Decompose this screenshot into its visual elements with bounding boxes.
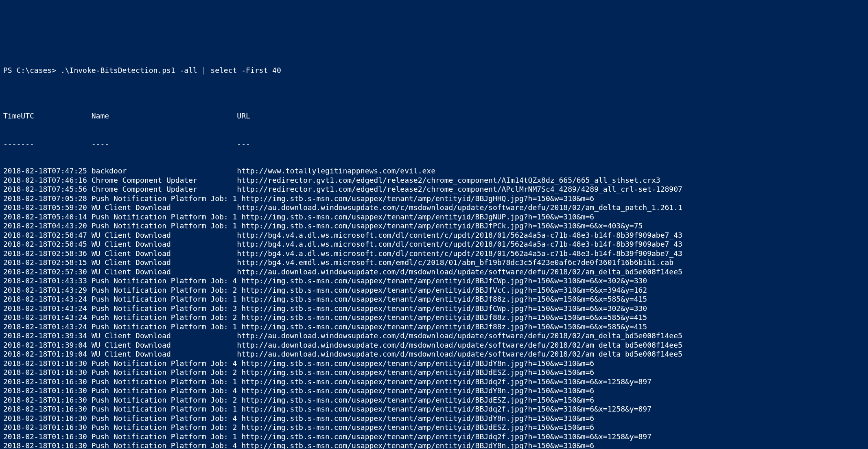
table-row: 2018-02-18T05:59:20 WU Client Download h… [3,203,865,212]
table-row: 2018-02-18T01:39:04 WU Client Download h… [3,341,865,350]
prompt-line: PS C:\cases> .\Invoke-BitsDetection.ps1 … [3,66,865,75]
table-row: 2018-02-18T02:58:36 WU Client Download h… [3,249,865,258]
table-row: 2018-02-18T07:05:28 Push Notification Pl… [3,194,865,204]
table-row: 2018-02-18T01:16:30 Push Notification Pl… [3,359,865,368]
table-row: 2018-02-18T02:58:47 WU Client Download h… [3,231,865,240]
table-row: 2018-02-18T01:16:30 Push Notification Pl… [3,405,865,414]
table-row: 2018-02-18T02:58:45 WU Client Download h… [3,240,865,249]
table-row: 2018-02-18T01:16:30 Push Notification Pl… [3,441,865,449]
table-row: 2018-02-18T04:43:20 Push Notification Pl… [3,221,865,231]
table-row: 2018-02-18T01:19:04 WU Client Download h… [3,350,865,359]
table-header: TimeUTC Name URL [3,112,865,121]
table-row: 2018-02-18T07:45:56 Chrome Component Upd… [3,185,865,194]
table-row: 2018-02-18T01:16:30 Push Notification Pl… [3,423,865,432]
table-row: 2018-02-18T01:43:29 Push Notification Pl… [3,286,865,295]
table-row: 2018-02-18T01:16:30 Push Notification Pl… [3,414,865,423]
table-row: 2018-02-18T01:43:33 Push Notification Pl… [3,276,865,286]
table-row: 2018-02-18T07:46:16 Chrome Component Upd… [3,176,865,185]
table-row: 2018-02-18T02:57:30 WU Client Download h… [3,267,865,277]
table-row: 2018-02-18T01:43:24 Push Notification Pl… [3,304,865,313]
table-header-separator: ------- ---- --- [3,139,865,149]
powershell-console[interactable]: PS C:\cases> .\Invoke-BitsDetection.ps1 … [0,46,868,449]
table-row: 2018-02-18T01:43:24 Push Notification Pl… [3,313,865,322]
table-row: 2018-02-18T01:16:30 Push Notification Pl… [3,386,865,396]
table-row: 2018-02-18T01:43:24 Push Notification Pl… [3,295,865,304]
table-row: 2018-02-18T07:47:25 backdoor http://www.… [3,166,865,176]
table-row: 2018-02-18T01:43:24 Push Notification Pl… [3,322,865,332]
table-row: 2018-02-18T01:16:30 Push Notification Pl… [3,368,865,377]
command: .\Invoke-BitsDetection.ps1 -all | select… [61,66,281,74]
table-body: 2018-02-18T07:47:25 backdoor http://www.… [3,166,865,449]
table-row: 2018-02-18T01:16:30 Push Notification Pl… [3,432,865,442]
table-row: 2018-02-18T01:16:30 Push Notification Pl… [3,377,865,387]
table-row: 2018-02-18T02:58:15 WU Client Download h… [3,258,865,267]
table-row: 2018-02-18T01:39:34 WU Client Download h… [3,331,865,341]
prompt: PS C:\cases> [3,66,61,74]
table-row: 2018-02-18T01:16:30 Push Notification Pl… [3,396,865,405]
table-row: 2018-02-18T05:40:14 Push Notification Pl… [3,212,865,222]
